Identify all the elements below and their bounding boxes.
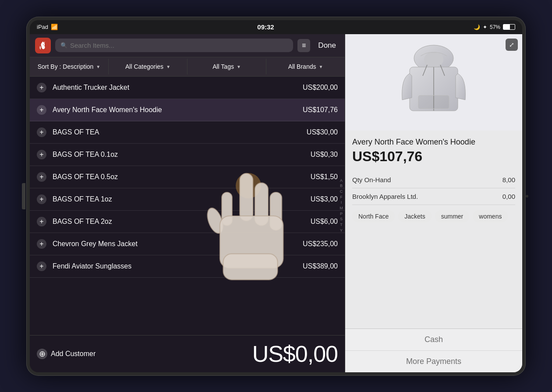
alpha-a[interactable]: A <box>339 178 344 184</box>
add-item-button[interactable]: + <box>37 239 46 249</box>
list-item[interactable]: + BAGS OF TEA 1oz US$3,00 <box>30 188 345 211</box>
list-item[interactable]: + Fendi Aviator Sunglasses US$389,00 <box>30 255 345 278</box>
add-item-button[interactable]: + <box>37 172 46 182</box>
alpha-y[interactable]: Y <box>339 228 344 233</box>
item-price: US$30,00 <box>307 128 338 136</box>
tags-area: North Face Jackets summer womens <box>352 205 515 228</box>
item-name: BAGS OF TEA 0.1oz <box>53 151 311 159</box>
product-title: Avery North Face Women's Hoodie <box>352 138 515 147</box>
tag-jackets[interactable]: Jackets <box>398 210 431 222</box>
expand-button[interactable]: ⤢ <box>506 39 518 51</box>
item-price: US$6,00 <box>311 218 338 226</box>
tag-womens[interactable]: womens <box>473 210 508 222</box>
alpha-p[interactable]: P <box>339 212 344 217</box>
item-name: Fendi Aviator Sunglasses <box>53 262 303 270</box>
battery-icon <box>503 24 515 30</box>
list-item[interactable]: + BAGS OF TEA 2oz US$6,00 <box>30 211 345 233</box>
item-price: US$200,00 <box>303 84 338 92</box>
add-item-button[interactable]: + <box>37 194 46 204</box>
alpha-i[interactable]: I <box>339 200 344 205</box>
payment-area: Cash More Payments <box>345 328 522 372</box>
done-button[interactable]: Done <box>315 39 340 53</box>
alpha-t[interactable]: T <box>339 222 344 228</box>
wifi-icon: 📶 <box>51 24 58 30</box>
add-item-button[interactable]: + <box>37 217 46 226</box>
ipad-frame: iPad 📶 09:32 🌙 ✦ 57% <box>26 17 526 376</box>
add-item-button[interactable]: + <box>37 83 46 92</box>
cash-button[interactable]: Cash <box>345 329 522 350</box>
qty-value: 8,00 <box>502 176 515 184</box>
qty-label: Qty On-Hand <box>352 176 391 184</box>
brand-row: Brooklyn Apparels Ltd. 0,00 <box>352 188 515 205</box>
item-price: US$3,00 <box>311 195 338 203</box>
item-name: Authentic Trucker Jacket <box>53 84 303 92</box>
tags-label: All Tags <box>212 63 234 70</box>
product-image-area: ⤢ <box>345 34 522 131</box>
status-bar: iPad 📶 09:32 🌙 ✦ 57% <box>30 20 522 34</box>
qty-row: Qty On-Hand 8,00 <box>352 172 515 188</box>
brands-label: All Brands <box>288 63 316 70</box>
search-bar[interactable]: 🔍 <box>55 39 293 52</box>
list-item[interactable]: + BAGS OF TEA 0.5oz US$1,50 <box>30 166 345 188</box>
categories-filter[interactable]: All Categories ▼ <box>109 59 188 74</box>
chevron-down-icon: ▼ <box>96 64 100 69</box>
bluetooth-icon: ✦ <box>483 24 487 30</box>
brand-label: Brooklyn Apparels Ltd. <box>352 193 418 200</box>
right-side-dot <box>526 195 528 198</box>
svg-rect-11 <box>418 95 449 109</box>
left-panel: 🔍 ≡ Done Sort By : Description ▼ All Cat… <box>30 34 345 372</box>
brands-filter[interactable]: All Brands ▼ <box>266 59 345 74</box>
status-left: iPad 📶 <box>37 24 58 30</box>
total-amount: US$0,00 <box>252 341 338 367</box>
item-price: US$235,00 <box>303 240 338 248</box>
chevron-down-icon-4: ▼ <box>318 64 323 69</box>
item-name: BAGS OF TEA 2oz <box>53 218 311 226</box>
chevron-down-icon-3: ▼ <box>237 64 241 69</box>
item-price: US$107,76 <box>303 106 338 114</box>
flame-icon <box>38 41 48 50</box>
alpha-b[interactable]: B <box>339 184 344 189</box>
alpha-f[interactable]: F <box>339 195 344 200</box>
tags-filter[interactable]: All Tags ▼ <box>188 59 266 74</box>
list-item[interactable]: + BAGS OF TEA 0.1oz US$0,30 <box>30 144 345 166</box>
item-name: BAGS OF TEA 0.5oz <box>53 173 311 181</box>
battery-percent: 57% <box>490 24 500 30</box>
add-customer-button[interactable]: ⊕ Add Customer <box>37 349 96 359</box>
add-item-button[interactable]: + <box>37 261 46 271</box>
list-item[interactable]: + Avery North Face Women's Hoodie US$107… <box>30 99 345 121</box>
app-logo <box>35 38 51 53</box>
list-item[interactable]: + BAGS OF TEA US$30,00 <box>30 121 345 144</box>
add-customer-label: Add Customer <box>51 350 96 358</box>
filter-bar: Sort By : Description ▼ All Categories ▼… <box>30 57 345 77</box>
list-item[interactable]: + Authentic Trucker Jacket US$200,00 <box>30 77 345 99</box>
tag-north-face[interactable]: North Face <box>352 210 395 222</box>
side-button[interactable] <box>22 183 25 209</box>
tag-summer[interactable]: summer <box>435 210 470 222</box>
add-item-button[interactable]: + <box>37 105 46 115</box>
sort-by-filter[interactable]: Sort By : Description ▼ <box>30 59 109 74</box>
item-name: Chevron Grey Mens Jacket <box>53 240 303 248</box>
items-list[interactable]: + Authentic Trucker Jacket US$200,00 + A… <box>30 77 345 335</box>
list-item[interactable]: + Chevron Grey Mens Jacket US$235,00 <box>30 233 345 255</box>
add-item-button[interactable]: + <box>37 150 46 159</box>
ipad-screen: iPad 📶 09:32 🌙 ✦ 57% <box>30 20 522 372</box>
sort-by-label: Sort By : Description <box>38 63 94 70</box>
alpha-c[interactable]: C <box>339 189 344 194</box>
add-customer-icon: ⊕ <box>37 349 47 359</box>
alphabet-index: A B C F I M P S T Y <box>339 178 344 233</box>
product-details: Avery North Face Women's Hoodie US$107,7… <box>345 131 522 328</box>
item-price: US$389,00 <box>303 262 338 270</box>
brand-value: 0,00 <box>502 193 515 200</box>
search-input[interactable] <box>70 42 288 49</box>
alpha-m[interactable]: M <box>339 206 344 211</box>
item-price: US$0,30 <box>311 151 338 159</box>
alpha-s[interactable]: S <box>339 217 344 222</box>
right-panel: ⤢ <box>345 34 522 372</box>
status-right: 🌙 ✦ 57% <box>474 24 515 30</box>
list-view-button[interactable]: ≡ <box>297 39 310 52</box>
categories-label: All Categories <box>125 63 163 70</box>
add-item-button[interactable]: + <box>37 127 46 137</box>
device-label: iPad <box>37 24 48 30</box>
more-payments-button[interactable]: More Payments <box>345 350 522 372</box>
item-name: BAGS OF TEA 1oz <box>53 195 311 203</box>
